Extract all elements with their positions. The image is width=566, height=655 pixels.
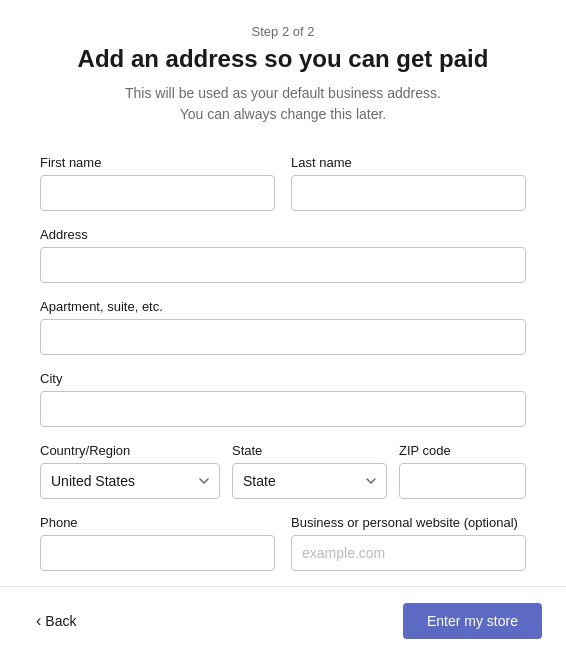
zip-group: ZIP code [399,443,526,499]
form: First name Last name Address Apartment, … [40,155,526,586]
phone-group: Phone [40,515,275,571]
apt-input[interactable] [40,319,526,355]
state-select[interactable]: State [232,463,387,499]
apt-label: Apartment, suite, etc. [40,299,526,314]
city-label: City [40,371,526,386]
page-title: Add an address so you can get paid [40,45,526,73]
first-name-label: First name [40,155,275,170]
last-name-input[interactable] [291,175,526,211]
address-group: Address [40,227,526,283]
country-select[interactable]: United States [40,463,220,499]
name-row: First name Last name [40,155,526,211]
phone-label: Phone [40,515,275,530]
back-arrow-icon: ‹ [36,612,41,630]
state-group: State State [232,443,387,499]
last-name-group: Last name [291,155,526,211]
subtitle-line1: This will be used as your default busine… [125,85,441,101]
phone-website-row: Phone Business or personal website (opti… [40,515,526,571]
phone-input[interactable] [40,535,275,571]
back-button[interactable]: ‹ Back [24,604,88,638]
website-label: Business or personal website (optional) [291,515,526,530]
website-input[interactable] [291,535,526,571]
first-name-group: First name [40,155,275,211]
country-state-zip-row: Country/Region United States State State… [40,443,526,499]
step-label: Step 2 of 2 [40,24,526,39]
back-label: Back [45,613,76,629]
city-input[interactable] [40,391,526,427]
enter-store-button[interactable]: Enter my store [403,603,542,639]
main-content: Step 2 of 2 Add an address so you can ge… [0,0,566,586]
country-label: Country/Region [40,443,220,458]
first-name-input[interactable] [40,175,275,211]
apt-group: Apartment, suite, etc. [40,299,526,355]
zip-input[interactable] [399,463,526,499]
website-group: Business or personal website (optional) [291,515,526,571]
country-group: Country/Region United States [40,443,220,499]
footer: ‹ Back Enter my store [0,586,566,655]
last-name-label: Last name [291,155,526,170]
city-group: City [40,371,526,427]
address-input[interactable] [40,247,526,283]
zip-label: ZIP code [399,443,526,458]
subtitle: This will be used as your default busine… [40,83,526,125]
state-label: State [232,443,387,458]
subtitle-line2: You can always change this later. [180,106,387,122]
address-label: Address [40,227,526,242]
